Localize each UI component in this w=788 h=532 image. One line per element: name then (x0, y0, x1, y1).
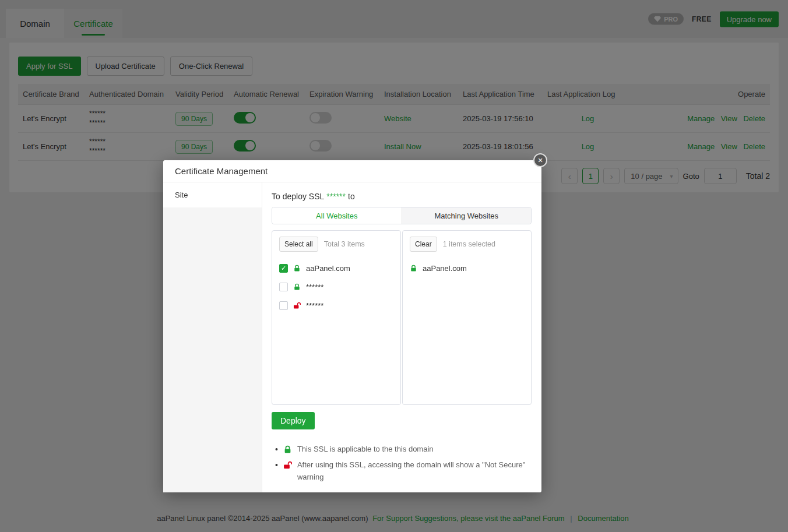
lock-closed-icon (283, 445, 292, 454)
site-label: aaPanel.com (306, 264, 350, 273)
note-secure: • This SSL is applicable to the this dom… (275, 443, 532, 456)
source-summary: Total 3 items (324, 240, 365, 248)
bullet-icon: • (275, 443, 278, 456)
certificate-management-modal: ✕ Certificate Management Site To deploy … (163, 160, 541, 492)
note-text: After using this SSL, accessing the doma… (297, 459, 532, 484)
bullet-icon: • (275, 459, 278, 471)
checkbox-checked[interactable] (279, 264, 288, 273)
website-transfer: Select all Total 3 items aaPanel.com ***… (272, 230, 532, 405)
lock-open-icon (283, 461, 292, 470)
lock-closed-icon (293, 283, 301, 291)
tab-matching-websites[interactable]: Matching Websites (402, 207, 532, 224)
source-panel-header: Select all Total 3 items (279, 237, 393, 252)
checkbox-unchecked[interactable] (279, 301, 288, 310)
site-label: aaPanel.com (423, 264, 467, 273)
modal-overlay: ✕ Certificate Management Site To deploy … (0, 0, 788, 532)
list-item[interactable]: ****** (279, 296, 393, 315)
deploy-prefix: To deploy SSL (272, 192, 324, 201)
ssl-notes: • This SSL is applicable to the this dom… (272, 443, 532, 484)
target-summary: 1 items selected (443, 240, 495, 248)
list-item[interactable]: aaPanel.com (279, 259, 393, 277)
site-label: ****** (306, 283, 323, 291)
lock-open-icon (293, 302, 301, 309)
target-panel-header: Clear 1 items selected (410, 237, 524, 252)
source-panel: Select all Total 3 items aaPanel.com ***… (272, 230, 401, 405)
close-icon[interactable]: ✕ (533, 153, 547, 167)
select-all-button[interactable]: Select all (279, 237, 318, 252)
tab-all-websites[interactable]: All Websites (272, 207, 402, 224)
modal-sidebar: Site (163, 182, 262, 492)
deploy-button[interactable]: Deploy (272, 412, 315, 429)
site-label: ****** (306, 301, 323, 310)
modal-content: To deploy SSL******to All Websites Match… (262, 182, 541, 492)
note-text: This SSL is applicable to the this domai… (297, 443, 532, 456)
clear-button[interactable]: Clear (410, 237, 437, 252)
modal-body: Site To deploy SSL******to All Websites … (163, 182, 541, 492)
deploy-instruction: To deploy SSL******to (272, 192, 532, 201)
checkbox-unchecked[interactable] (279, 283, 288, 291)
deploy-domain: ****** (326, 192, 346, 201)
note-not-secure: • After using this SSL, accessing the do… (275, 459, 532, 484)
sidebar-item-site[interactable]: Site (163, 182, 262, 207)
website-filter-tabs: All Websites Matching Websites (272, 207, 532, 224)
modal-title: Certificate Management (163, 160, 541, 182)
target-panel: Clear 1 items selected aaPanel.com (402, 230, 532, 405)
list-item: aaPanel.com (410, 259, 524, 277)
sidebar-filler (163, 207, 262, 492)
deploy-suffix: to (348, 192, 355, 201)
list-item[interactable]: ****** (279, 277, 393, 296)
lock-closed-icon (410, 265, 417, 272)
lock-closed-icon (293, 265, 301, 272)
